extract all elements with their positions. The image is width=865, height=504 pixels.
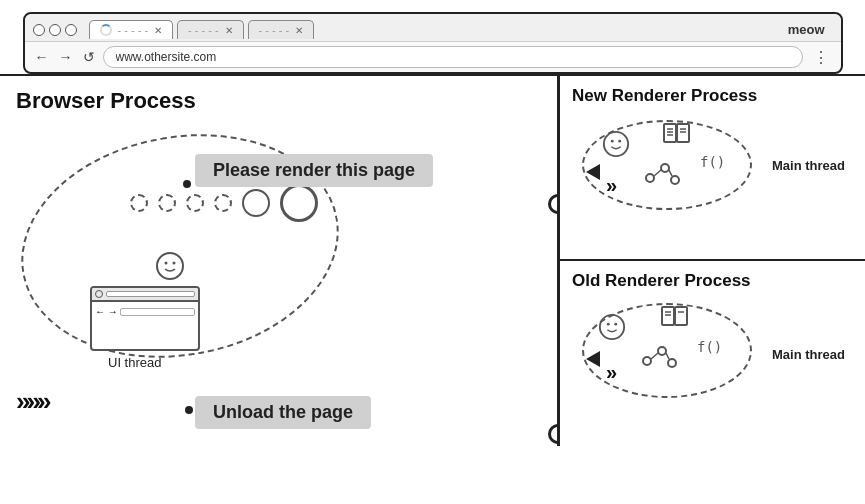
svg-line-33 [666, 353, 669, 359]
tab-2-close[interactable]: ✕ [225, 25, 233, 36]
tab-3[interactable]: - - - - - ✕ [248, 20, 315, 39]
browser-smiley [155, 251, 185, 285]
meow-label: meow [780, 18, 833, 41]
address-bar-row: ← → ↺ ⋮ [25, 42, 841, 72]
old-renderer-content: f() [572, 295, 853, 415]
svg-point-2 [173, 262, 176, 265]
svg-text:f(): f() [697, 339, 722, 355]
tab-2[interactable]: - - - - - ✕ [177, 20, 244, 39]
browser-process-box: Browser Process ← → UI thread [0, 76, 560, 446]
new-renderer-book-icon [662, 122, 692, 154]
svg-rect-6 [664, 124, 676, 142]
tab-2-text: - - - - - [188, 24, 219, 36]
border-connection-circle-2 [548, 424, 560, 444]
tab-3-text: - - - - - [259, 24, 290, 36]
svg-point-15 [661, 164, 669, 172]
bottom-left-arrows: »»» [16, 386, 47, 417]
svg-point-20 [600, 315, 624, 339]
old-renderer-main-thread: Main thread [772, 347, 845, 362]
svg-point-5 [618, 140, 621, 143]
refresh-button[interactable]: ↺ [81, 47, 97, 67]
old-renderer-graph-icon [637, 341, 677, 375]
svg-point-31 [668, 359, 676, 367]
svg-rect-26 [675, 307, 687, 325]
diagram-area: Browser Process ← → UI thread [0, 74, 865, 444]
old-renderer-arrow [586, 349, 606, 373]
svg-point-30 [658, 347, 666, 355]
browser-window: - - - - - ✕ - - - - - ✕ - - - - - ✕ meow… [23, 12, 843, 74]
tab-1-close[interactable]: ✕ [154, 25, 162, 36]
border-connection-circle [548, 194, 560, 214]
svg-marker-34 [586, 351, 600, 367]
tab-bar: - - - - - ✕ - - - - - ✕ - - - - - ✕ meow [25, 14, 841, 42]
new-renderer-graph-icon [640, 158, 680, 192]
svg-point-4 [611, 140, 614, 143]
unload-message-bubble: Unload the page [195, 396, 371, 429]
new-renderer-main-thread: Main thread [772, 158, 845, 173]
new-renderer-title: New Renderer Process [572, 86, 853, 106]
old-renderer-book-icon [660, 305, 690, 337]
new-renderer-box: New Renderer Process [560, 76, 865, 261]
new-renderer-bold-arrows: » [606, 174, 614, 197]
message-queue [130, 184, 318, 222]
right-side: New Renderer Process [560, 76, 865, 444]
window-close-btn[interactable] [33, 24, 45, 36]
queue-dot-bottom [185, 406, 193, 414]
svg-point-22 [614, 323, 617, 326]
address-input[interactable] [103, 46, 803, 68]
old-renderer-code-icon: f() [697, 333, 732, 365]
new-renderer-smiley [602, 130, 630, 162]
svg-marker-19 [586, 164, 600, 180]
svg-point-14 [646, 174, 654, 182]
menu-button[interactable]: ⋮ [809, 48, 833, 67]
tab-1[interactable]: - - - - - ✕ [89, 20, 174, 39]
svg-line-17 [654, 170, 661, 176]
queue-dot-top [183, 180, 191, 188]
render-message-bubble: Please render this page [195, 154, 433, 187]
window-controls [33, 24, 77, 36]
ui-thread-label: UI thread [108, 355, 218, 370]
svg-rect-23 [662, 307, 674, 325]
old-renderer-bold-arrows: » [606, 361, 614, 384]
new-renderer-content: f() [572, 110, 853, 220]
tab-3-close[interactable]: ✕ [295, 25, 303, 36]
tab-1-text: - - - - - [118, 24, 149, 36]
forward-button[interactable]: → [57, 47, 75, 67]
back-button[interactable]: ← [33, 47, 51, 67]
window-minimize-btn[interactable] [49, 24, 61, 36]
svg-text:f(): f() [700, 154, 725, 170]
new-renderer-code-icon: f() [700, 148, 735, 180]
window-maximize-btn[interactable] [65, 24, 77, 36]
old-renderer-title: Old Renderer Process [572, 271, 853, 291]
new-renderer-arrow [586, 162, 606, 186]
svg-point-3 [604, 132, 628, 156]
svg-point-0 [157, 253, 183, 279]
old-renderer-box: Old Renderer Process [560, 261, 865, 444]
tab-loading-spinner [100, 24, 112, 36]
svg-point-21 [607, 323, 610, 326]
svg-point-1 [165, 262, 168, 265]
svg-line-32 [651, 353, 658, 359]
svg-rect-10 [677, 124, 689, 142]
old-renderer-smiley [598, 313, 626, 345]
svg-point-29 [643, 357, 651, 365]
browser-icon-area: ← → UI thread [90, 286, 200, 366]
arrows-icon: »»» [16, 386, 47, 416]
browser-process-title: Browser Process [0, 76, 557, 114]
svg-line-18 [669, 170, 672, 176]
svg-point-16 [671, 176, 679, 184]
